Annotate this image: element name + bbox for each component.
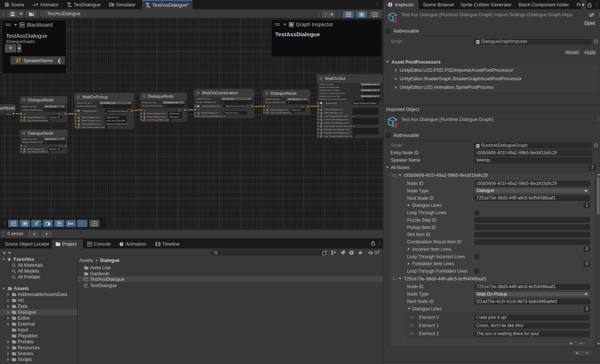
svg-text:Say Multiple Lines: Say Multiple Lines xyxy=(361,83,377,85)
svg-text:Required Pickup: Required Pickup xyxy=(83,110,97,112)
svg-text:Number of Default Lines: Number of Default Lines xyxy=(22,109,42,111)
svg-text:artNode: artNode xyxy=(0,106,15,110)
svg-text:...Ass (Picka Item Data): ...Ass (Picka Item Data) xyxy=(106,110,125,112)
svg-text:The ass is waiting there for: The ass is waiting there for xyxy=(106,123,128,125)
svg-text:...Meat (Pickup Item Data): ...Meat (Pickup Item Data) xyxy=(224,105,245,107)
svg-text:Default Dialogue Line: Default Dialogue Line xyxy=(27,148,45,150)
svg-text:DialogueNode: DialogueNode xyxy=(271,91,297,95)
svg-text:Forbidden Item Line Type: Forbidden Item Line Type xyxy=(319,95,340,97)
svg-text:Loop Through Default Lines?: Loop Through Default Lines? xyxy=(147,119,171,121)
svg-text:Incorrect Item Dialogue Line 1: Incorrect Item Dialogue Line 1 xyxy=(324,118,349,121)
svg-text:in: in xyxy=(198,108,200,111)
svg-text:in: in xyxy=(267,105,269,108)
svg-text:1: 1 xyxy=(45,141,46,143)
svg-text:in: in xyxy=(24,113,26,115)
svg-text:DialogueNode: DialogueNode xyxy=(148,94,174,98)
svg-text:1: 1 xyxy=(288,101,289,104)
svg-text:Required Result Item: Required Result Item xyxy=(203,105,220,107)
svg-text:Ohhhh yeah,: Ohhhh yeah, xyxy=(170,113,180,115)
svg-text:berName: berName xyxy=(0,113,1,115)
svg-text:in: in xyxy=(24,145,26,147)
svg-text:Default Dialogue Line 1: Default Dialogue Line 1 xyxy=(324,108,343,111)
svg-text:Say One Line: Say One Line xyxy=(45,105,57,108)
svg-text:Default Line Type: Default Line Type xyxy=(196,98,211,100)
svg-text:Default Dialogue Line 3: Default Dialogue Line 3 xyxy=(324,112,343,114)
svg-text:#: # xyxy=(477,40,479,44)
svg-text:2: 2 xyxy=(361,86,363,88)
svg-text:Number of Default Lines: Number of Default Lines xyxy=(77,105,97,107)
svg-text:out: out xyxy=(125,110,128,112)
svg-text:out: out xyxy=(301,105,304,108)
svg-text:Say Multiple Lines: Say Multiple Lines xyxy=(361,95,377,97)
svg-text:Say Multiple Lines: Say Multiple Lines xyxy=(164,101,179,104)
svg-text:Default Dialogue Line 3: Default Dialogue Line 3 xyxy=(81,123,101,125)
svg-text:out: out xyxy=(59,113,61,115)
svg-text:i: i xyxy=(361,13,362,16)
svg-text:i: i xyxy=(24,222,25,225)
svg-text:{}: {} xyxy=(393,122,397,128)
svg-text:Number of Incorrect Item Lines: Number of Incorrect Item Lines xyxy=(319,92,345,94)
svg-text:Say One Line: Say One Line xyxy=(288,98,300,100)
svg-text:Forbidden Item Dialogue Line 3: Forbidden Item Dialogue Line 3 xyxy=(324,132,350,134)
svg-text:Forbidden Item Dialogue Line 1: Forbidden Item Dialogue Line 1 xyxy=(324,128,350,131)
svg-text:in: in xyxy=(79,113,80,115)
svg-text:out: out xyxy=(59,145,62,147)
svg-text:out: out xyxy=(7,113,10,115)
svg-text:2: 2 xyxy=(164,105,165,107)
svg-text:Number of Default Lines: Number of Default Lines xyxy=(319,86,339,88)
svg-text:Default Line Type: Default Line Type xyxy=(77,102,91,104)
svg-text:Incorrect Item Line Type: Incorrect Item Line Type xyxy=(319,89,339,91)
svg-text:Default Line Type: Default Line Type xyxy=(319,83,334,85)
svg-text:WaitOnSlot: WaitOnSlot xyxy=(325,76,345,81)
svg-text:Nice, the!?..: Nice, the!?.. xyxy=(292,109,302,111)
svg-text:Default Dialogue Line: Default Dialogue Line xyxy=(27,116,45,118)
svg-text:Now, go on,: Now, go on, xyxy=(170,116,179,118)
svg-text:Say Multiple Lines: Say Multiple Lines xyxy=(361,89,377,91)
svg-text:I need my meat :): I need my meat :) xyxy=(224,112,239,114)
svg-text:Loop Through Default Lines?: Loop Through Default Lines? xyxy=(27,151,51,153)
svg-text:Number of Default Lines: Number of Default Lines xyxy=(196,101,216,103)
svg-text:Loop Through Forbidden Item Li: Loop Through Forbidden Item Lines? xyxy=(324,135,354,137)
svg-text:in: in xyxy=(144,109,146,111)
svg-text:Number of Default Lines: Number of Default Lines xyxy=(265,101,285,104)
svg-text:{}: {} xyxy=(393,17,397,23)
svg-text:2: 2 xyxy=(361,92,363,94)
svg-text:3: 3 xyxy=(100,105,101,107)
svg-text:Default Dialogue Line 2: Default Dialogue Line 2 xyxy=(81,119,101,122)
svg-text:Incorrect Item Dialogue Line 2: Incorrect Item Dialogue Line 2 xyxy=(324,122,349,124)
svg-text:DialogueNode: DialogueNode xyxy=(28,98,54,102)
svg-text:Loop Through Default Lines?: Loop Through Default Lines? xyxy=(81,126,106,128)
svg-text:Default Dialogue Line 1: Default Dialogue Line 1 xyxy=(81,116,101,118)
svg-text:Say One Line: Say One Line xyxy=(45,138,57,140)
svg-text:Default Dialogue Line 3: Default Dialogue Line 3 xyxy=(147,116,166,118)
svg-text:Default Line Type: Default Line Type xyxy=(265,98,280,100)
svg-text:Forbidden of Incorrect Item Li: Forbidden of Incorrect Item Lines xyxy=(319,98,347,100)
svg-text:Say One Line: Say One Line xyxy=(222,98,234,100)
svg-text:{}: {} xyxy=(86,285,88,288)
svg-text:Number of Default Lines: Number of Default Lines xyxy=(22,141,42,143)
svg-text:Default Line Type: Default Line Type xyxy=(22,138,37,140)
svg-text:WaitOnCombination: WaitOnCombination xyxy=(202,91,238,95)
svg-text:Pant boy... W: Pant boy... W xyxy=(49,148,60,150)
svg-text:Loop Through Incorrect Item Li: Loop Through Incorrect Item Lines? xyxy=(324,125,353,127)
svg-text:Default Dialogue Line: Default Dialogue Line xyxy=(201,112,219,114)
svg-text:Default Dialogue Line 1: Default Dialogue Line 1 xyxy=(147,112,166,115)
svg-text:WaitOnPickup: WaitOnPickup xyxy=(82,95,108,99)
svg-text:Bonfire (Pickup Item Data): Bonfire (Pickup Item Data) xyxy=(354,102,375,104)
svg-text:i: i xyxy=(291,23,291,26)
svg-text:Default Line Type: Default Line Type xyxy=(22,105,37,108)
svg-text:Say Multiple Lines: Say Multiple Lines xyxy=(100,102,116,104)
svg-text:out: out xyxy=(246,105,249,107)
svg-text:Foot boy... W: Foot boy... W xyxy=(49,117,60,118)
svg-text:1: 1 xyxy=(45,109,46,111)
svg-text:out: out xyxy=(178,109,181,111)
svg-text:Required Slot: Required Slot xyxy=(326,102,337,104)
svg-text:#: # xyxy=(477,144,479,148)
svg-text:Loop Through Default Lines?: Loop Through Default Lines? xyxy=(201,115,225,117)
svg-text:Loop Through Default Lines?: Loop Through Default Lines? xyxy=(324,115,348,117)
svg-text:{}: {} xyxy=(86,279,88,282)
svg-text:in: in xyxy=(321,105,323,107)
svg-text:1: 1 xyxy=(222,101,223,103)
svg-text:DialogueNode: DialogueNode xyxy=(28,131,54,135)
svg-text:Cmon, don't be like this!: Cmon, don't be like this! xyxy=(106,120,125,122)
